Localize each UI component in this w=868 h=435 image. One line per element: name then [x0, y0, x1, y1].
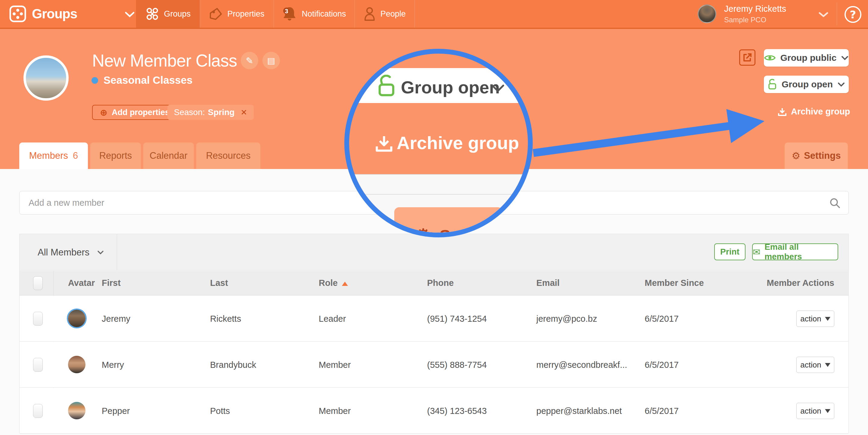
- callout-line: [344, 194, 533, 195]
- tab-members[interactable]: Members 6: [19, 143, 88, 169]
- cell-first: Jeremy: [102, 314, 130, 324]
- member-filter-label: All Members: [38, 247, 89, 258]
- member-action-dropdown[interactable]: action: [796, 311, 834, 327]
- table-row: Jeremy Ricketts Leader (951) 743-1254 je…: [20, 296, 848, 342]
- app-switcher[interactable]: Groups: [0, 0, 136, 28]
- group-enrollment-dropdown[interactable]: Group open: [764, 76, 849, 93]
- tab-calendar-label: Calendar: [150, 150, 187, 161]
- nav-tab-label: Notifications: [302, 9, 346, 19]
- action-label: action: [800, 314, 821, 323]
- member-action-dropdown[interactable]: action: [796, 357, 834, 373]
- nav-divider: [837, 2, 837, 25]
- season-property-tag: Season: Spring ✕: [167, 105, 254, 120]
- archive-download-icon: [778, 107, 787, 116]
- group-visibility-label: Group public: [780, 53, 837, 63]
- cell-member-since: 6/5/2017: [645, 360, 679, 370]
- archive-group-label: Archive group: [791, 107, 850, 117]
- cell-member-since: 6/5/2017: [645, 406, 679, 416]
- external-link-icon: [743, 53, 752, 62]
- tab-settings[interactable]: ⚙ Settings: [785, 143, 848, 169]
- nav-tab-notifications[interactable]: 3 Notifications: [274, 0, 354, 28]
- season-tag-label: Season:: [174, 108, 205, 117]
- group-category: Seasonal Classes: [103, 74, 193, 86]
- season-tag-value: Spring: [208, 108, 235, 117]
- open-public-page-button[interactable]: [739, 50, 755, 66]
- col-last[interactable]: Last: [210, 278, 228, 288]
- remove-tag-icon[interactable]: ✕: [241, 108, 247, 117]
- user-menu[interactable]: Jeremy Ricketts Sample PCO: [692, 0, 837, 28]
- tab-calendar[interactable]: Calendar: [143, 143, 194, 169]
- tab-resources-label: Resources: [206, 150, 250, 161]
- caret-down-icon: [825, 317, 830, 321]
- cell-first: Pepper: [102, 406, 130, 416]
- tag-icon: [209, 7, 222, 21]
- cell-phone: (555) 888-7754: [427, 360, 487, 370]
- tab-reports[interactable]: Reports: [90, 143, 141, 169]
- cell-first: Merry: [102, 360, 124, 370]
- search-icon[interactable]: [829, 197, 841, 209]
- category-dot-icon: [92, 77, 98, 84]
- add-properties-button[interactable]: ⊕ Add properties: [92, 105, 177, 120]
- member-avatar: [68, 356, 86, 373]
- top-nav: Groups Groups Properties 3: [0, 0, 868, 29]
- caret-down-icon: [825, 409, 830, 413]
- user-avatar: [698, 4, 716, 23]
- email-all-members-label: Email all members: [765, 242, 838, 261]
- email-all-members-button[interactable]: ✉ Email all members: [752, 243, 838, 260]
- group-notes-button[interactable]: ▤: [262, 52, 280, 69]
- chevron-down-icon: [125, 11, 135, 18]
- magnifier-callout: Group open Archive group ⚙ Settings: [344, 49, 533, 237]
- group-avatar: [24, 55, 69, 100]
- groups-app-logo-icon: [9, 5, 27, 23]
- caret-down-icon: [825, 363, 830, 367]
- chevron-down-icon: [838, 82, 845, 87]
- callout-archive-group-label: Archive group: [397, 133, 519, 153]
- pencil-icon: ✎: [246, 55, 253, 66]
- edit-title-button[interactable]: ✎: [241, 52, 258, 69]
- col-role[interactable]: Role: [319, 278, 348, 288]
- members-table-panel: All Members Print ✉ Email all members Av…: [19, 234, 849, 433]
- print-button[interactable]: Print: [714, 243, 745, 260]
- table-row: Merry Brandybuck Member (555) 888-7754 m…: [20, 342, 848, 388]
- nav-tab-groups[interactable]: Groups: [136, 0, 200, 28]
- members-toolbar: All Members Print ✉ Email all members: [20, 234, 848, 270]
- member-avatar: [68, 310, 86, 327]
- app-title: Groups: [32, 6, 77, 21]
- tab-members-label: Members: [29, 150, 68, 161]
- archive-group-link[interactable]: Archive group: [778, 107, 850, 117]
- chevron-down-icon: [819, 12, 828, 18]
- unlocked-icon: [377, 75, 396, 97]
- select-all-checkbox[interactable]: [33, 276, 43, 290]
- col-member-since[interactable]: Member Since: [645, 278, 704, 288]
- cell-email: merry@secondbreakf...: [536, 360, 627, 370]
- member-action-dropdown[interactable]: action: [796, 403, 834, 419]
- plus-circle-icon: ⊕: [100, 107, 107, 118]
- col-member-actions: Member Actions: [767, 278, 834, 288]
- add-properties-label: Add properties: [112, 108, 169, 117]
- cell-last: Ricketts: [210, 314, 241, 324]
- tab-reports-label: Reports: [99, 150, 132, 161]
- help-button[interactable]: ?: [844, 6, 861, 23]
- group-visibility-dropdown[interactable]: Group public: [764, 49, 849, 66]
- bell-icon: 3: [282, 6, 297, 22]
- member-filter-dropdown[interactable]: All Members: [20, 234, 117, 270]
- nav-tab-people[interactable]: People: [354, 0, 415, 28]
- sort-ascending-icon: [342, 282, 348, 286]
- tab-resources[interactable]: Resources: [196, 143, 260, 169]
- nav-tab-properties[interactable]: Properties: [200, 0, 274, 28]
- group-enrollment-label: Group open: [782, 79, 833, 89]
- archive-download-icon: [375, 134, 393, 152]
- chevron-down-icon: [841, 56, 848, 60]
- page-title: New Member Class: [92, 51, 237, 70]
- print-label: Print: [720, 247, 740, 257]
- nav-tab-label: Properties: [227, 9, 264, 19]
- groups-network-icon: [145, 7, 159, 21]
- col-phone[interactable]: Phone: [427, 278, 454, 288]
- row-checkbox[interactable]: [33, 312, 43, 326]
- col-email[interactable]: Email: [536, 278, 559, 288]
- col-first[interactable]: First: [102, 278, 121, 288]
- nav-tab-label: People: [380, 9, 406, 19]
- action-label: action: [800, 406, 821, 416]
- row-checkbox[interactable]: [33, 358, 43, 372]
- row-checkbox[interactable]: [33, 404, 43, 418]
